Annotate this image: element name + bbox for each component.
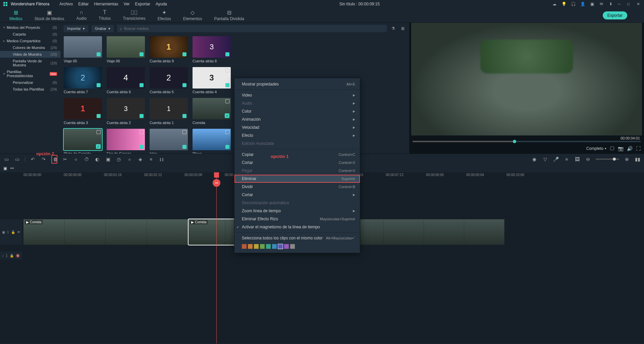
lock-icon[interactable]: 🔓 [10,254,14,257]
sidebar-item[interactable]: ▸Medios Compartidos(0) [0,38,60,44]
speed-icon[interactable]: ⏱ [84,157,90,162]
zoom-out-icon[interactable]: ⊖ [585,157,591,162]
media-item[interactable]: 3Cuenta atrás 4 [193,67,231,94]
download-icon[interactable] [140,83,144,87]
adjust-icon[interactable]: ≡ [148,157,154,162]
media-item[interactable]: 1Cuenta atrás 9 [150,36,188,63]
download-icon[interactable] [225,145,229,149]
fit-icon[interactable]: ⟐ [126,157,132,162]
audio-icon[interactable]: ⫿⫿ [159,157,165,162]
zoom-in-icon[interactable]: ⊕ [624,157,630,162]
playhead-split-icon[interactable]: ✂ [213,179,220,187]
menu-ayuda[interactable]: Ayuda [156,2,167,6]
menu-item[interactable]: Selecciona todos los clips con el mismo … [234,234,360,242]
color-swatch[interactable] [266,244,271,249]
menu-item[interactable]: Eliminar Efecto RizoMayúsculas+Suprimir [234,215,360,223]
playhead[interactable]: ✂ [216,172,217,343]
track-head-icon[interactable]: ▣ [3,166,7,171]
undo-icon[interactable]: ↶ [30,157,36,162]
save-icon[interactable]: ▣ [590,2,594,6]
close-button[interactable]: ✕ [637,2,641,6]
color-icon[interactable]: ◐ [94,157,100,162]
snapshot-icon[interactable]: 📷 [618,146,624,151]
media-item[interactable]: 4Cuenta atrás 6 [107,67,145,94]
lock-icon[interactable]: 🔓 [11,230,15,234]
media-thumbnail[interactable] [64,36,102,58]
media-item[interactable]: 1Cuenta atrás 3 [64,98,102,125]
sidebar-item[interactable]: ▾Plantillas PreestablecidasNew [0,68,60,79]
menu-item[interactable]: Zoom línea de tiempo▶ [234,207,360,215]
cut-icon[interactable]: ✂ [62,157,68,162]
zoom-slider[interactable] [596,159,619,160]
clip-comida-1[interactable]: ▶Comida [23,219,188,245]
tab-medios[interactable]: ⊞Medios [3,9,29,21]
download-icon[interactable] [225,83,229,87]
tab-pantalla-dividida[interactable]: ⊟Pantalla Dividida [208,9,250,21]
color-swatch[interactable] [254,244,259,249]
media-thumbnail[interactable]: 1 [150,36,188,58]
color-swatch[interactable] [272,244,277,249]
record-dropdown[interactable]: Grabar▾ [92,25,114,32]
redo-icon[interactable]: ↷ [41,157,47,162]
menu-herramientas[interactable]: Herramientas [94,2,118,6]
download-icon[interactable] [182,83,186,87]
voiceover-icon[interactable]: 🎤 [553,157,559,162]
download-icon[interactable] [97,52,101,56]
lightbulb-icon[interactable]: 💡 [561,2,566,6]
minimize-button[interactable]: ─ [618,2,623,6]
download-icon[interactable] [97,83,101,87]
grid-view-icon[interactable]: ⊞ [400,26,406,31]
download-icon[interactable] [97,114,101,118]
tab-títulos[interactable]: TTítulos [93,9,117,21]
scrubber-handle[interactable] [513,140,516,143]
media-item[interactable]: Islas [150,129,188,156]
tab-elementos[interactable]: ◇Elementos [177,9,208,21]
download-icon[interactable] [140,52,144,56]
menu-item[interactable]: Efecto▶ [234,131,360,139]
media-thumbnail[interactable] [107,36,145,58]
media-thumbnail[interactable]: 3 [193,67,231,89]
download-icon[interactable] [182,52,186,56]
headphones-icon[interactable]: 🎧 [571,2,576,6]
media-item[interactable]: 3Cuenta atrás 8 [193,36,231,63]
sidebar-item[interactable]: ▾Medios del Proyecto(0) [0,24,60,31]
media-item[interactable]: 2Cuenta atrás 5 [150,67,188,94]
quality-dropdown[interactable]: Completo▾ [586,146,606,151]
media-thumbnail[interactable]: ✓ [193,98,231,119]
fullscreen-icon[interactable]: ⛶ [636,146,641,151]
download-icon[interactable]: ⬇ [608,2,613,6]
media-item[interactable]: Viaje 06 [107,36,145,63]
user-icon[interactable]: 👤 [580,2,585,6]
download-icon[interactable] [182,114,186,118]
color-swatch[interactable] [284,244,289,249]
sidebar-item[interactable]: Colores de Muestra(24) [0,44,60,51]
media-thumbnail[interactable]: 1 [150,98,188,119]
sidebar-item[interactable]: Pantalla Verde de Muestra(10) [0,58,60,68]
sidebar-item[interactable]: Todas las Plantillas(24) [0,86,60,93]
media-thumbnail[interactable]: 2 [150,67,188,89]
import-dropdown[interactable]: Importar▾ [64,25,88,32]
preview-scrubber[interactable] [413,141,641,142]
mixer-icon[interactable]: ≡ [564,157,570,162]
cloud-icon[interactable]: ☁ [552,2,557,6]
menu-editar[interactable]: Editar [78,2,89,6]
time-icon[interactable]: ◷ [116,157,122,162]
media-thumbnail[interactable]: ✓ [64,129,102,150]
folder-open-icon[interactable]: ▭ [3,157,9,162]
media-thumbnail[interactable]: 2 [64,67,102,89]
menu-exportar[interactable]: Exportar [135,2,150,6]
media-thumbnail[interactable] [150,129,188,150]
media-item[interactable]: 2Cuenta atrás 7 [64,67,102,94]
marker-icon[interactable]: ▽ [542,157,548,162]
maximize-button[interactable]: □ [627,2,632,6]
color-swatch[interactable] [242,244,247,249]
menu-item[interactable]: Cortar▶ [234,191,360,199]
color-swatch[interactable] [290,244,295,249]
color-swatch[interactable] [248,244,253,249]
sidebar-item[interactable]: Personalizar(0) [0,79,60,86]
menu-item[interactable]: CopiarControl+C [234,151,360,159]
export-button[interactable]: Exportar [603,11,627,19]
media-item[interactable]: ✓Comida [193,98,231,125]
sidebar-item[interactable]: Video de Muestra(20) [0,51,60,58]
menu-item[interactable]: DividirControl+B [234,183,360,191]
